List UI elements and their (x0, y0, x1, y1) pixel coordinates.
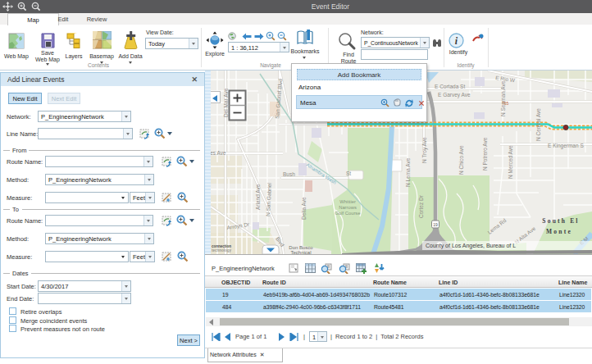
svg-text:N Seaman Ave: N Seaman Ave (500, 80, 506, 116)
svg-text:E Garvey Ave: E Garvey Ave (438, 92, 471, 98)
svg-text:St: St (346, 171, 351, 176)
svg-text:Delta Ave: Delta Ave (301, 197, 307, 220)
svg-text:765: 765 (502, 101, 509, 106)
svg-text:technology: technology (212, 248, 231, 253)
svg-text:19: 19 (433, 222, 438, 227)
svg-text:Narrows: Narrows (339, 205, 357, 210)
svg-text:N Merced Ave: N Merced Ave (508, 145, 513, 179)
svg-text:N Central Ave: N Central Ave (535, 108, 541, 141)
svg-text:E Cortada St: E Cortada St (435, 84, 465, 89)
svg-text:N Chico Ave: N Chico Ave (458, 145, 464, 175)
svg-text:N Potrero Ave: N Potrero Ave (482, 137, 488, 171)
svg-text:South El: South El (542, 217, 579, 225)
svg-text:ves Ave: ves Ave (211, 150, 226, 156)
svg-text:Del Mar Ave: Del Mar Ave (223, 88, 229, 117)
svg-text:N Lema Ave: N Lema Ave (405, 157, 411, 187)
svg-text:Golf Course: Golf Course (335, 211, 361, 216)
svg-text:Bush: Bush (283, 171, 295, 177)
svg-text:County of Los Angeles, Bureau: County of Los Angeles, Bureau of L (426, 243, 516, 249)
svg-text:N Troy Ave: N Troy Ave (421, 137, 428, 163)
svg-text:Monte: Monte (546, 228, 572, 235)
svg-text:Cortez Dr: Cortez Dr (418, 194, 424, 218)
svg-text:Arland Ave: Arland Ave (255, 184, 261, 210)
svg-text:E Kingerman S: E Kingerman S (548, 143, 584, 149)
svg-text:Whittier: Whittier (339, 199, 356, 204)
